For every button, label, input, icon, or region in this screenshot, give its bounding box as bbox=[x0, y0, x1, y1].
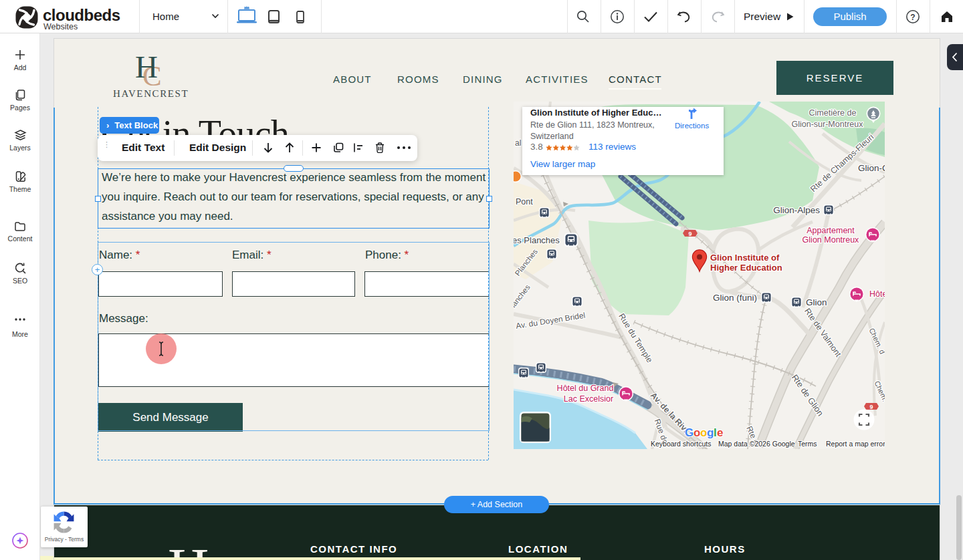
svg-text:Cimetière de: Cimetière de bbox=[809, 108, 857, 118]
svg-text:Higher Education: Higher Education bbox=[710, 263, 782, 273]
svg-text:G: G bbox=[685, 426, 693, 439]
svg-text:Glion Institute of: Glion Institute of bbox=[710, 253, 780, 263]
svg-text:g: g bbox=[707, 426, 714, 439]
svg-text:al: al bbox=[515, 138, 521, 148]
svg-text:Hôtel du Grand: Hôtel du Grand bbox=[557, 384, 614, 393]
svg-text:Glion-sur-Montreux: Glion-sur-Montreux bbox=[792, 120, 864, 129]
svg-text:o: o bbox=[693, 426, 700, 439]
svg-text:9: 9 bbox=[688, 231, 691, 237]
svg-text:9: 9 bbox=[869, 404, 873, 410]
svg-text:es Planches: es Planches bbox=[514, 235, 560, 245]
svg-text:Glion Montreux: Glion Montreux bbox=[802, 235, 860, 245]
svg-text:Glion-Alpes: Glion-Alpes bbox=[773, 205, 820, 215]
svg-text:o: o bbox=[700, 426, 707, 439]
svg-text:Map data ©2026 Google: Map data ©2026 Google bbox=[718, 440, 795, 448]
svg-text:Terms: Terms bbox=[798, 440, 817, 448]
svg-text:Keyboard shortcuts: Keyboard shortcuts bbox=[651, 440, 711, 448]
svg-text:Report a map error: Report a map error bbox=[826, 440, 885, 448]
svg-text:Hôte: Hôte bbox=[869, 289, 885, 299]
svg-text:Appartement: Appartement bbox=[807, 226, 855, 235]
svg-text:Pont: Pont bbox=[516, 197, 533, 206]
svg-text:e: e bbox=[717, 426, 723, 439]
svg-text:Lac Excelsior: Lac Excelsior bbox=[564, 394, 613, 404]
svg-text:Glion: Glion bbox=[806, 297, 827, 307]
svg-text:?: ? bbox=[910, 13, 915, 22]
svg-text:Glion-C: Glion-C bbox=[858, 163, 885, 173]
svg-text:Glion (funi): Glion (funi) bbox=[713, 293, 757, 303]
